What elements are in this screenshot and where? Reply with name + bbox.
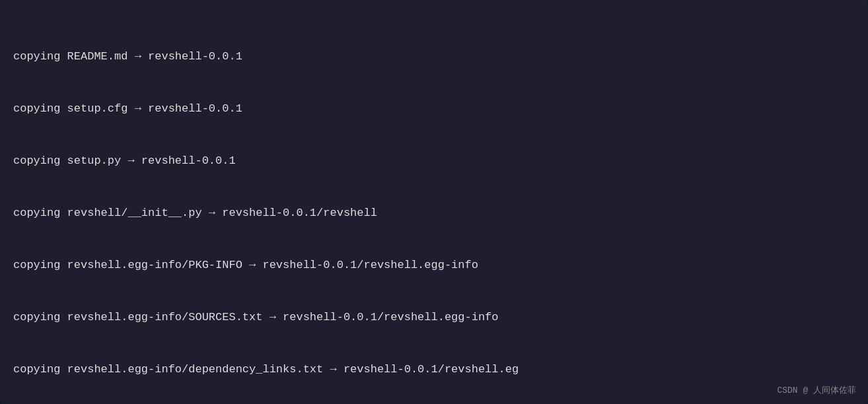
terminal-window: copying README.md → revshell-0.0.1 copyi… — [0, 0, 868, 404]
output-line-2: copying setup.cfg → revshell-0.0.1 — [13, 100, 855, 118]
output-line-3: copying setup.py → revshell-0.0.1 — [13, 152, 855, 170]
terminal-output: copying README.md → revshell-0.0.1 copyi… — [13, 13, 855, 404]
output-line-5: copying revshell.egg-info/PKG-INFO → rev… — [13, 257, 855, 274]
output-line-1: copying README.md → revshell-0.0.1 — [13, 48, 855, 65]
output-line-7: copying revshell.egg-info/dependency_lin… — [13, 361, 855, 378]
watermark: CSDN @ 人间体佐菲 — [777, 384, 856, 396]
output-line-6: copying revshell.egg-info/SOURCES.txt → … — [13, 309, 855, 326]
output-line-4: copying revshell/__init__.py → revshell-… — [13, 205, 855, 222]
